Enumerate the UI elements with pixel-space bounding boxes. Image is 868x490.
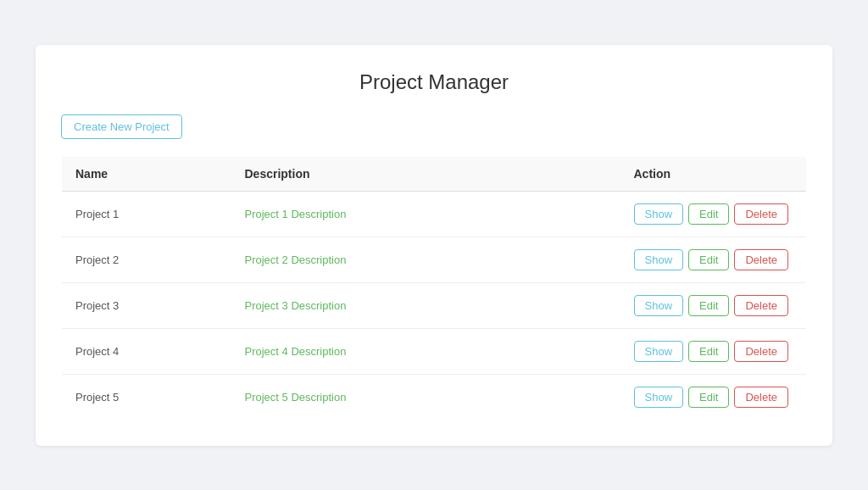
delete-button-row-3[interactable]: Delete <box>734 295 788 316</box>
table-row: Project 5Project 5 DescriptionShowEditDe… <box>62 374 807 420</box>
project-description-cell: Project 1 Description <box>231 191 620 237</box>
project-name-cell: Project 2 <box>62 237 231 282</box>
project-description-text: Project 1 Description <box>245 208 347 220</box>
page-wrapper: Project Manager Create New Project Name … <box>0 0 868 490</box>
show-button-row-1[interactable]: Show <box>634 203 684 225</box>
edit-button-row-4[interactable]: Edit <box>688 341 729 362</box>
column-header-action: Action <box>620 156 807 191</box>
project-action-cell: ShowEditDelete <box>620 374 807 420</box>
delete-button-row-5[interactable]: Delete <box>734 387 788 408</box>
project-action-cell: ShowEditDelete <box>620 191 807 237</box>
project-name-cell: Project 3 <box>62 282 231 328</box>
action-buttons-group: ShowEditDelete <box>634 387 793 408</box>
project-description-text: Project 3 Description <box>245 299 347 312</box>
action-buttons-group: ShowEditDelete <box>634 249 793 270</box>
projects-table: Name Description Action Project 1Project… <box>61 156 807 420</box>
project-description-cell: Project 2 Description <box>231 237 620 282</box>
project-description-text: Project 5 Description <box>245 391 347 404</box>
toolbar: Create New Project <box>61 114 807 139</box>
project-description-text: Project 4 Description <box>245 345 347 358</box>
project-action-cell: ShowEditDelete <box>620 282 807 328</box>
table-row: Project 3Project 3 DescriptionShowEditDe… <box>62 282 807 328</box>
project-name-cell: Project 4 <box>62 328 231 374</box>
edit-button-row-2[interactable]: Edit <box>688 249 729 270</box>
table-row: Project 2Project 2 DescriptionShowEditDe… <box>62 237 807 282</box>
show-button-row-5[interactable]: Show <box>634 387 684 408</box>
delete-button-row-4[interactable]: Delete <box>734 341 788 362</box>
delete-button-row-2[interactable]: Delete <box>734 249 788 270</box>
project-description-text: Project 2 Description <box>245 253 347 266</box>
edit-button-row-5[interactable]: Edit <box>688 387 729 408</box>
table-row: Project 4Project 4 DescriptionShowEditDe… <box>62 328 807 374</box>
main-container: Project Manager Create New Project Name … <box>36 45 832 446</box>
table-header-row: Name Description Action <box>62 156 807 191</box>
edit-button-row-1[interactable]: Edit <box>688 203 729 225</box>
project-description-cell: Project 4 Description <box>231 328 620 374</box>
column-header-description: Description <box>231 156 620 191</box>
delete-button-row-1[interactable]: Delete <box>734 203 788 225</box>
project-action-cell: ShowEditDelete <box>620 237 807 282</box>
action-buttons-group: ShowEditDelete <box>634 295 793 316</box>
project-name-cell: Project 1 <box>62 191 231 237</box>
edit-button-row-3[interactable]: Edit <box>688 295 729 316</box>
action-buttons-group: ShowEditDelete <box>634 341 793 362</box>
show-button-row-3[interactable]: Show <box>634 295 684 316</box>
project-description-cell: Project 3 Description <box>231 282 620 328</box>
action-buttons-group: ShowEditDelete <box>634 203 793 225</box>
table-row: Project 1Project 1 DescriptionShowEditDe… <box>62 191 807 237</box>
show-button-row-2[interactable]: Show <box>634 249 684 270</box>
column-header-name: Name <box>62 156 231 191</box>
project-description-cell: Project 5 Description <box>231 374 620 420</box>
project-action-cell: ShowEditDelete <box>620 328 807 374</box>
create-new-project-button[interactable]: Create New Project <box>61 114 182 139</box>
show-button-row-4[interactable]: Show <box>634 341 684 362</box>
page-title: Project Manager <box>61 70 807 94</box>
project-name-cell: Project 5 <box>62 374 231 420</box>
